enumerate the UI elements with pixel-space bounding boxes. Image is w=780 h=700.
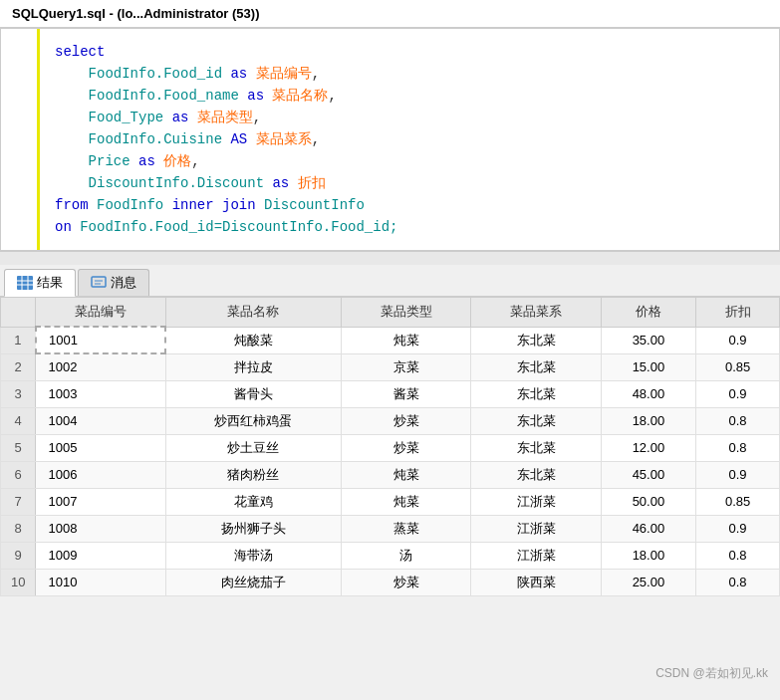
cell-cuisine: 东北菜 bbox=[471, 407, 601, 434]
alias-cuisine: 菜品菜系 bbox=[256, 131, 312, 147]
alias-foodtype: 菜品类型 bbox=[197, 110, 253, 125]
cell-food-id: 1001 bbox=[36, 327, 165, 353]
cell-food-type: 炒菜 bbox=[342, 434, 471, 461]
horizontal-scrollbar[interactable] bbox=[0, 251, 780, 265]
cell-food-name: 花童鸡 bbox=[165, 488, 342, 515]
alias-discount: 折扣 bbox=[298, 175, 326, 191]
field-foodtype: Food_Type bbox=[89, 110, 164, 125]
watermark: CSDN @若如初见.kk bbox=[655, 665, 768, 682]
sql-line-3: FoodInfo.Food_name as 菜品名称, bbox=[55, 85, 771, 107]
cell-cuisine: 东北菜 bbox=[471, 380, 601, 407]
sql-line-7: DiscountInfo.Discount as 折扣 bbox=[55, 172, 771, 194]
cell-discount: 0.9 bbox=[696, 515, 780, 542]
field-foodid: FoodInfo.Food_id bbox=[89, 66, 222, 82]
sql-content: select FoodInfo.Food_id as 菜品编号, FoodInf… bbox=[47, 37, 779, 242]
cell-food-type: 汤 bbox=[342, 542, 471, 569]
table-row: 81008扬州狮子头蒸菜江浙菜46.000.9 bbox=[1, 515, 780, 542]
cell-food-name: 肉丝烧茄子 bbox=[165, 569, 342, 595]
row-number: 9 bbox=[1, 542, 36, 569]
col-food-name: 菜品名称 bbox=[165, 298, 342, 328]
cell-food-id: 1007 bbox=[36, 488, 165, 515]
field-discount: DiscountInfo.Discount bbox=[89, 175, 264, 191]
cell-food-type: 炒菜 bbox=[342, 407, 471, 434]
table-row: 11001炖酸菜炖菜东北菜35.000.9 bbox=[1, 327, 780, 353]
cell-cuisine: 江浙菜 bbox=[471, 488, 601, 515]
cell-cuisine: 江浙菜 bbox=[471, 515, 601, 542]
table-row: 61006猪肉粉丝炖菜东北菜45.000.9 bbox=[1, 461, 780, 488]
col-food-id: 菜品编号 bbox=[36, 298, 165, 328]
cell-discount: 0.9 bbox=[696, 461, 780, 488]
cell-food-id: 1005 bbox=[36, 434, 165, 461]
table-row: 51005炒土豆丝炒菜东北菜12.000.8 bbox=[1, 434, 780, 461]
cell-price: 25.00 bbox=[601, 569, 696, 595]
sql-line-2: FoodInfo.Food_id as 菜品编号, bbox=[55, 63, 771, 85]
table-row: 41004炒西红柿鸡蛋炒菜东北菜18.000.8 bbox=[1, 407, 780, 434]
main-window: SQLQuery1.sql - (lo...Administrator (53)… bbox=[0, 0, 780, 596]
tabs-bar: 结果 消息 bbox=[0, 265, 780, 297]
results-table: 菜品编号 菜品名称 菜品类型 菜品菜系 价格 折扣 11001炖酸菜炖菜东北菜3… bbox=[0, 297, 780, 596]
cell-food-id: 1009 bbox=[36, 542, 165, 569]
row-number: 6 bbox=[1, 461, 36, 488]
cell-food-name: 炒西红柿鸡蛋 bbox=[165, 407, 342, 434]
cell-cuisine: 江浙菜 bbox=[471, 542, 601, 569]
tab-results[interactable]: 结果 bbox=[4, 269, 76, 297]
cell-discount: 0.8 bbox=[696, 434, 780, 461]
row-number: 8 bbox=[1, 515, 36, 542]
table-row: 101010肉丝烧茄子炒菜陕西菜25.000.8 bbox=[1, 569, 780, 595]
cell-price: 15.00 bbox=[601, 353, 696, 380]
sql-line-1: select bbox=[55, 41, 771, 63]
table-row: 91009海带汤汤江浙菜18.000.8 bbox=[1, 542, 780, 569]
results-area: 菜品编号 菜品名称 菜品类型 菜品菜系 价格 折扣 11001炖酸菜炖菜东北菜3… bbox=[0, 297, 780, 596]
cell-food-type: 蒸菜 bbox=[342, 515, 471, 542]
row-number: 5 bbox=[1, 434, 36, 461]
tab-results-label: 结果 bbox=[37, 274, 63, 292]
cell-food-type: 炖菜 bbox=[342, 461, 471, 488]
col-cuisine: 菜品菜系 bbox=[471, 298, 601, 328]
cell-food-type: 酱菜 bbox=[342, 380, 471, 407]
cell-food-name: 海带汤 bbox=[165, 542, 342, 569]
sql-line-9: on FoodInfo.Food_id=DiscountInfo.Food_id… bbox=[55, 216, 771, 238]
row-number: 10 bbox=[1, 569, 36, 595]
cell-discount: 0.8 bbox=[696, 542, 780, 569]
table-row: 21002拌拉皮京菜东北菜15.000.85 bbox=[1, 353, 780, 380]
sql-line-6: Price as 价格, bbox=[55, 150, 771, 172]
cell-food-id: 1006 bbox=[36, 461, 165, 488]
sql-editor[interactable]: select FoodInfo.Food_id as 菜品编号, FoodInf… bbox=[0, 28, 780, 251]
title-text: SQLQuery1.sql - (lo...Administrator (53)… bbox=[12, 6, 259, 21]
table-header-row: 菜品编号 菜品名称 菜品类型 菜品菜系 价格 折扣 bbox=[1, 298, 780, 328]
cell-discount: 0.85 bbox=[696, 488, 780, 515]
col-food-type: 菜品类型 bbox=[342, 298, 471, 328]
cell-discount: 0.8 bbox=[696, 407, 780, 434]
cell-cuisine: 东北菜 bbox=[471, 327, 601, 353]
col-discount: 折扣 bbox=[696, 298, 780, 328]
cell-cuisine: 陕西菜 bbox=[471, 569, 601, 595]
alias-price: 价格 bbox=[163, 153, 191, 169]
svg-rect-0 bbox=[17, 276, 33, 290]
tab-messages-label: 消息 bbox=[111, 274, 136, 292]
tab-messages[interactable]: 消息 bbox=[78, 269, 149, 296]
keyword-select: select bbox=[55, 44, 105, 60]
cell-food-name: 炖酸菜 bbox=[165, 327, 342, 353]
cell-food-id: 1003 bbox=[36, 380, 165, 407]
cell-discount: 0.9 bbox=[696, 380, 780, 407]
cell-price: 48.00 bbox=[601, 380, 696, 407]
row-number: 2 bbox=[1, 353, 36, 380]
field-price: Price bbox=[89, 153, 130, 169]
svg-rect-5 bbox=[92, 277, 106, 287]
cell-price: 50.00 bbox=[601, 488, 696, 515]
table-icon bbox=[17, 276, 33, 290]
table-row: 71007花童鸡炖菜江浙菜50.000.85 bbox=[1, 488, 780, 515]
cell-food-type: 炒菜 bbox=[342, 569, 471, 595]
cell-cuisine: 东北菜 bbox=[471, 353, 601, 380]
sql-line-4: Food_Type as 菜品类型, bbox=[55, 107, 771, 128]
cell-food-type: 京菜 bbox=[342, 353, 471, 380]
alias-foodid: 菜品编号 bbox=[256, 66, 312, 82]
row-number: 7 bbox=[1, 488, 36, 515]
cell-food-id: 1004 bbox=[36, 407, 165, 434]
cell-price: 18.00 bbox=[601, 407, 696, 434]
message-icon bbox=[91, 276, 107, 290]
table-row: 31003酱骨头酱菜东北菜48.000.9 bbox=[1, 380, 780, 407]
cell-food-type: 炖菜 bbox=[342, 488, 471, 515]
cell-food-name: 猪肉粉丝 bbox=[165, 461, 342, 488]
alias-foodname: 菜品名称 bbox=[272, 88, 328, 104]
